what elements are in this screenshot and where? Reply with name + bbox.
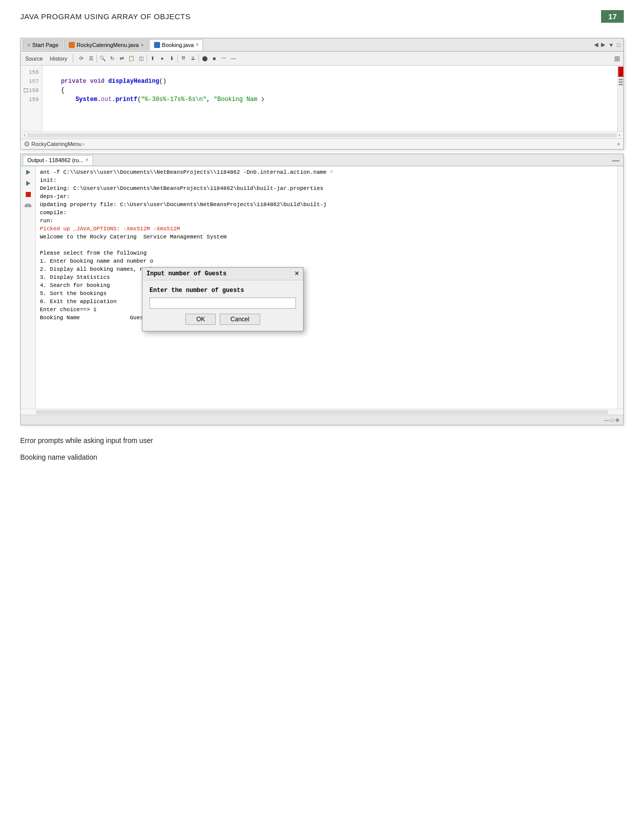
tab-label-start: Start Page — [32, 42, 59, 48]
toolbar-icon-11[interactable]: ⇊ — [189, 55, 197, 63]
output-line-18: Enter choice==> 1 — [40, 306, 613, 314]
output-line-5: Updating property file: C:\Users\user\Do… — [40, 201, 613, 209]
ide-window: × Start Page RockyCateringMenu.java × Bo… — [20, 38, 624, 150]
run-icon — [26, 170, 30, 175]
dialog-input[interactable] — [150, 298, 296, 309]
toolbar-sep2 — [96, 55, 97, 63]
tab-nav-down[interactable]: ▼ — [607, 41, 615, 49]
toolbar-icon-wave[interactable]: 〰 — [220, 55, 228, 63]
tab-rocky-catering[interactable]: RockyCateringMenu.java × — [64, 39, 148, 51]
tab-close-start[interactable]: × — [27, 42, 30, 48]
code-line-159: System.out.printf("%-30s%-17s%-6s\n", "B… — [46, 95, 613, 104]
breadcrumb: ⚙ RockyCateringMenu › — [24, 140, 84, 148]
stop-button[interactable] — [23, 190, 33, 199]
java-blue-icon — [154, 42, 160, 48]
code-editor: 156 157 158 159 private void displayHead… — [21, 66, 623, 131]
output-body: d/b ant -f C:\\Users\\user\\Documents\\N… — [21, 166, 623, 409]
toolbar-icon-3[interactable]: ↻ — [108, 55, 116, 63]
tab-nav-prev[interactable]: ◀ — [593, 40, 599, 49]
page-number: 17 — [601, 10, 624, 23]
tab-close-booking[interactable]: × — [196, 42, 199, 47]
caption-2: Booking name validation — [20, 452, 624, 463]
dialog-close-button[interactable]: × — [295, 270, 299, 278]
breadcrumb-arrow: › — [83, 141, 85, 147]
output-vertical-scrollbar[interactable] — [617, 166, 623, 409]
toolbar-icon-search[interactable]: 🔍 — [98, 55, 107, 63]
run-button[interactable] — [23, 168, 33, 176]
run-icon-2 — [26, 181, 30, 186]
toolbar-icon-10[interactable]: ⇈ — [179, 55, 187, 63]
tab-navigation: ◀ ▶ ▼ □ — [593, 40, 621, 49]
java-orange-icon — [69, 42, 75, 48]
code-line-157: private void displayHeading() — [46, 77, 613, 86]
scroll-right-indicator[interactable]: › — [619, 132, 620, 138]
output-line-19: Booking Name Guests Charge — [40, 314, 613, 322]
tab-close-rocky[interactable]: × — [141, 42, 144, 48]
breadcrumb-label[interactable]: RockyCateringMenu — [31, 141, 82, 147]
scroll-left-indicator[interactable]: ‹ — [24, 132, 25, 138]
debug-icon: d/b — [25, 203, 32, 208]
line-num-159: 159 — [24, 95, 39, 104]
toolbar-icon-6[interactable]: ◫ — [137, 55, 145, 63]
toolbar-sep5 — [199, 55, 199, 63]
debug-button[interactable]: d/b — [23, 202, 33, 210]
output-line-16: 5. Sort the bookings — [40, 289, 613, 298]
breadcrumb-close[interactable]: × — [617, 141, 620, 147]
output-line-1: ant -f C:\\Users\\user\\Documents\\NetBe… — [40, 168, 613, 176]
tab-label-booking: Booking.java — [162, 42, 194, 48]
history-button[interactable]: History — [48, 55, 69, 62]
toolbar-icon-2[interactable]: ☰ — [87, 55, 95, 63]
output-horizontal-scroll — [21, 409, 623, 415]
dialog-cancel-button[interactable]: Cancel — [220, 314, 260, 325]
line-num-156: 156 — [24, 68, 39, 77]
output-minimize-button[interactable]: — — [610, 156, 621, 164]
code-line-156 — [46, 68, 613, 77]
toolbar-icon-square[interactable]: ■ — [210, 55, 218, 63]
caption-1: Error prompts while asking input from us… — [20, 435, 624, 446]
toolbar-sep4 — [177, 55, 178, 63]
output-tab[interactable]: Output - 1184862 (ru... × — [23, 155, 93, 165]
output-tab-close[interactable]: × — [85, 157, 88, 163]
tab-nav-next[interactable]: ▶ — [600, 40, 606, 49]
tab-booking[interactable]: Booking.java × — [150, 39, 204, 51]
toolbar-icon-dash[interactable]: — — [229, 55, 237, 63]
output-line-9: Welcome to the Rocky Catering Service Ma… — [40, 233, 613, 241]
toolbar-icon-1[interactable]: ⟳ — [77, 55, 85, 63]
tab-start-page[interactable]: × Start Page — [23, 39, 63, 51]
toolbar: Source History ⟳ ☰ 🔍 ↻ ⇄ 📋 ◫ ⬆ ♦ ⬇ ⇈ ⇊ — [21, 52, 623, 66]
toolbar-left: Source History ⟳ ☰ 🔍 ↻ ⇄ 📋 ◫ ⬆ ♦ ⬇ ⇈ ⇊ — [24, 55, 237, 63]
output-line-10 — [40, 241, 613, 249]
dialog-body: Enter the number of guests OK Cancel — [142, 280, 303, 331]
dialog-buttons: OK Cancel — [150, 314, 296, 325]
run-button-2[interactable] — [23, 179, 33, 187]
output-hscroll-track[interactable] — [36, 410, 608, 414]
toolbar-icon-5[interactable]: 📋 — [127, 55, 135, 63]
tab-bar-left: × Start Page RockyCateringMenu.java × Bo… — [23, 39, 203, 51]
dialog-title-bar: Input number of Guests × — [142, 268, 303, 280]
tab-nav-restore[interactable]: □ — [616, 41, 621, 49]
code-content[interactable]: private void displayHeading() { System.o… — [42, 66, 617, 131]
output-line-12: 1. Enter booking name and number o — [40, 257, 613, 265]
dialog-ok-button[interactable]: OK — [185, 314, 216, 325]
dialog-title: Input number of Guests — [146, 270, 226, 278]
source-button[interactable]: Source — [24, 55, 44, 62]
toolbar-icon-circle[interactable]: ⬤ — [201, 55, 209, 63]
output-line-6: compile: — [40, 209, 613, 217]
page-title: JAVA PROGRAM USING ARRAY OF OBJECTS — [20, 12, 190, 21]
toolbar-icon-7[interactable]: ⬆ — [148, 55, 157, 63]
toolbar-plus-button[interactable]: ⊞ — [614, 55, 620, 63]
output-tab-label: Output - 1184862 (ru... — [27, 157, 83, 163]
dialog-box: Input number of Guests × Enter the numbe… — [142, 267, 304, 331]
output-tab-bar: Output - 1184862 (ru... × — — [21, 154, 623, 166]
horizontal-scrollbar[interactable] — [27, 133, 616, 137]
stop-icon — [26, 192, 31, 197]
toolbar-separator — [73, 55, 73, 63]
toolbar-icon-4[interactable]: ⇄ — [118, 55, 126, 63]
vertical-scrollbar[interactable] — [617, 66, 623, 131]
output-sidebar: d/b — [21, 166, 36, 409]
toolbar-icon-8[interactable]: ♦ — [158, 55, 166, 63]
editor-nav: ⚙ RockyCateringMenu › × — [21, 138, 623, 149]
scrollbar-thumb[interactable] — [618, 67, 623, 77]
toolbar-end: ⊞ — [614, 55, 620, 63]
toolbar-icon-9[interactable]: ⬇ — [168, 55, 176, 63]
